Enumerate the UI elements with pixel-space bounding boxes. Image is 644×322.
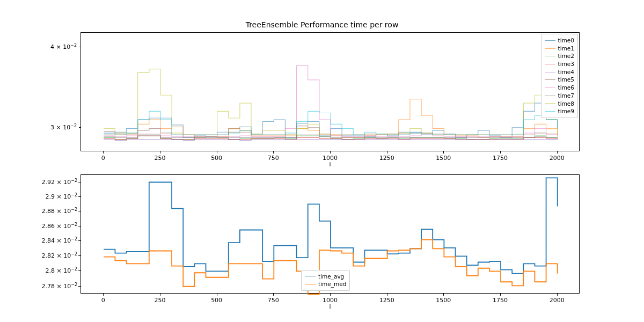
legend-label: time0 xyxy=(558,36,574,45)
legend-item: time9 xyxy=(545,107,574,115)
bottom-axes: time_avgtime_med xyxy=(80,174,580,294)
ytick: 3 × 10−2 xyxy=(50,123,77,131)
legend-item: time1 xyxy=(545,45,574,53)
legend-swatch xyxy=(545,103,555,104)
legend-label: time9 xyxy=(558,107,574,115)
legend-label: time6 xyxy=(558,84,574,92)
legend-label: time3 xyxy=(558,60,574,68)
ytick: 2.9 × 10−2 xyxy=(46,192,78,200)
legend-label: time_avg xyxy=(318,273,344,281)
legend-item: time4 xyxy=(545,68,574,76)
legend-swatch xyxy=(545,40,555,41)
ytick: 4 × 10−2 xyxy=(50,43,77,51)
legend-item: time_med xyxy=(305,280,346,288)
legend-item: time8 xyxy=(545,100,574,108)
legend-label: time1 xyxy=(558,45,574,53)
legend-swatch xyxy=(305,284,316,284)
legend-item: time5 xyxy=(545,76,574,84)
series-line xyxy=(104,140,557,141)
top-axes: 3 × 10−2 4 × 10−2 time0time1time2time3ti… xyxy=(80,32,580,151)
ytick: 2.92 × 10−2 xyxy=(42,178,78,186)
legend-label: time_med xyxy=(318,280,346,288)
legend-label: time8 xyxy=(558,100,574,108)
legend-item: time0 xyxy=(545,36,574,45)
legend-label: time4 xyxy=(558,68,574,76)
legend-swatch xyxy=(545,48,555,49)
legend-item: time2 xyxy=(545,52,574,60)
legend-top: time0time1time2time3time4time5time6time7… xyxy=(541,34,578,118)
legend-swatch xyxy=(545,96,555,96)
ytick: 2.82 × 10−2 xyxy=(42,252,78,260)
ytick: 2.88 × 10−2 xyxy=(42,207,78,215)
legend-swatch xyxy=(305,276,316,276)
legend-label: time2 xyxy=(558,52,574,60)
legend-bottom: time_avgtime_med xyxy=(301,270,350,291)
ytick: 2.86 × 10−2 xyxy=(42,222,78,230)
legend-swatch xyxy=(545,111,555,112)
legend-item: time3 xyxy=(545,60,574,68)
ytick: 2.8 × 10−2 xyxy=(46,267,78,275)
legend-swatch xyxy=(545,56,555,56)
legend-swatch xyxy=(545,64,555,64)
legend-swatch xyxy=(545,79,555,80)
legend-swatch xyxy=(545,72,555,72)
legend-item: time7 xyxy=(545,92,574,100)
ytick: 2.84 × 10−2 xyxy=(42,237,78,245)
figure: TreeEnsemble Performance time per row 3 … xyxy=(0,0,644,322)
legend-item: time_avg xyxy=(305,273,346,281)
legend-item: time6 xyxy=(545,84,574,92)
ytick: 2.78 × 10−2 xyxy=(42,282,78,290)
chart-title: TreeEnsemble Performance time per row xyxy=(0,20,644,29)
xlabel-top: i xyxy=(80,161,580,168)
xlabel-bottom: i xyxy=(80,303,580,310)
legend-swatch xyxy=(545,87,555,88)
legend-label: time5 xyxy=(558,76,574,84)
legend-label: time7 xyxy=(558,92,574,100)
